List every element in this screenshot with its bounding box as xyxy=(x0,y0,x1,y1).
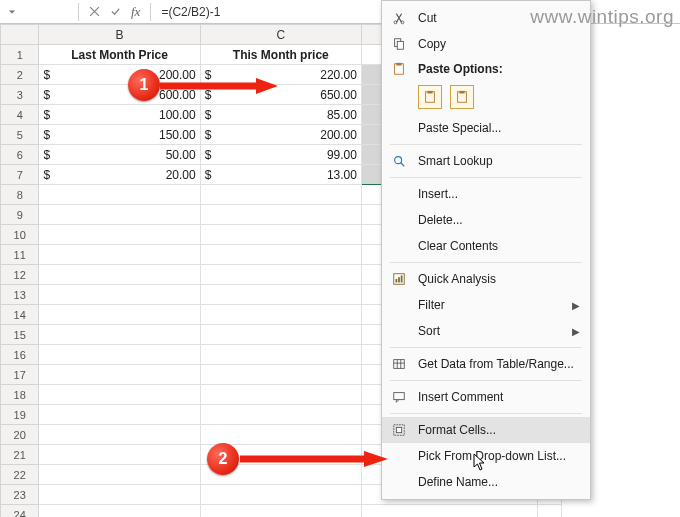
row-header[interactable]: 22 xyxy=(1,465,39,485)
header-cell[interactable]: This Month price xyxy=(200,45,361,65)
cell[interactable] xyxy=(537,505,561,518)
row-header[interactable]: 14 xyxy=(1,305,39,325)
table-icon xyxy=(390,355,408,373)
cell[interactable] xyxy=(361,505,537,518)
row-header[interactable]: 16 xyxy=(1,345,39,365)
row-header[interactable]: 12 xyxy=(1,265,39,285)
cell[interactable]: $220.00 xyxy=(200,65,361,85)
menu-clear-contents[interactable]: Clear Contents xyxy=(382,233,590,259)
cell[interactable] xyxy=(39,325,200,345)
fx-icon[interactable]: fx xyxy=(131,4,140,20)
cell[interactable] xyxy=(39,205,200,225)
cell[interactable] xyxy=(39,245,200,265)
row-header[interactable]: 24 xyxy=(1,505,39,518)
row-header[interactable]: 15 xyxy=(1,325,39,345)
row-header[interactable]: 5 xyxy=(1,125,39,145)
row-header[interactable]: 18 xyxy=(1,385,39,405)
cell[interactable] xyxy=(200,325,361,345)
row-header[interactable]: 11 xyxy=(1,245,39,265)
cell[interactable] xyxy=(200,245,361,265)
menu-insert-comment[interactable]: Insert Comment xyxy=(382,384,590,410)
cell[interactable] xyxy=(200,405,361,425)
cell[interactable] xyxy=(39,305,200,325)
cell[interactable] xyxy=(200,485,361,505)
paste-values-button[interactable] xyxy=(450,85,474,109)
cell[interactable] xyxy=(200,305,361,325)
cell[interactable]: $200.00 xyxy=(200,125,361,145)
cell[interactable] xyxy=(39,225,200,245)
row-header[interactable]: 17 xyxy=(1,365,39,385)
svg-rect-15 xyxy=(394,360,405,369)
cell[interactable] xyxy=(39,385,200,405)
menu-copy[interactable]: Copy xyxy=(382,31,590,57)
col-header-b[interactable]: B xyxy=(39,25,200,45)
row-header[interactable]: 21 xyxy=(1,445,39,465)
cell[interactable]: $200.00 xyxy=(39,65,200,85)
cell[interactable] xyxy=(200,505,361,518)
cell[interactable]: $50.00 xyxy=(39,145,200,165)
cell[interactable] xyxy=(39,365,200,385)
menu-delete[interactable]: Delete... xyxy=(382,207,590,233)
cell[interactable]: $85.00 xyxy=(200,105,361,125)
row-header[interactable]: 3 xyxy=(1,85,39,105)
cell[interactable]: $99.00 xyxy=(200,145,361,165)
enter-icon[interactable] xyxy=(110,6,121,17)
cell[interactable] xyxy=(200,205,361,225)
cell[interactable]: $13.00 xyxy=(200,165,361,185)
row-header[interactable]: 19 xyxy=(1,405,39,425)
cell[interactable]: $100.00 xyxy=(39,105,200,125)
cell[interactable] xyxy=(200,385,361,405)
cell[interactable] xyxy=(39,345,200,365)
cell[interactable] xyxy=(200,425,361,445)
cell[interactable] xyxy=(39,445,200,465)
cell[interactable]: $20.00 xyxy=(39,165,200,185)
separator xyxy=(390,380,582,381)
cell[interactable] xyxy=(39,465,200,485)
menu-get-data[interactable]: Get Data from Table/Range... xyxy=(382,351,590,377)
cell[interactable] xyxy=(39,405,200,425)
row-header[interactable]: 7 xyxy=(1,165,39,185)
cell[interactable] xyxy=(39,285,200,305)
header-cell[interactable]: Last Month Price xyxy=(39,45,200,65)
svg-rect-7 xyxy=(427,91,432,94)
row-header[interactable]: 8 xyxy=(1,185,39,205)
name-box[interactable] xyxy=(8,8,68,16)
cell[interactable] xyxy=(39,425,200,445)
menu-define-name[interactable]: Define Name... xyxy=(382,469,590,495)
cancel-icon[interactable] xyxy=(89,6,100,17)
row-header[interactable]: 6 xyxy=(1,145,39,165)
cursor-icon xyxy=(473,453,488,471)
row-header[interactable]: 9 xyxy=(1,205,39,225)
cell[interactable] xyxy=(200,265,361,285)
cell[interactable]: $650.00 xyxy=(200,85,361,105)
row-header[interactable]: 1 xyxy=(1,45,39,65)
cell[interactable] xyxy=(39,485,200,505)
row-header[interactable]: 20 xyxy=(1,425,39,445)
cell[interactable]: $600.00 xyxy=(39,85,200,105)
paste-button[interactable] xyxy=(418,85,442,109)
cell[interactable] xyxy=(39,185,200,205)
menu-paste-special[interactable]: Paste Special... xyxy=(382,115,590,141)
menu-filter[interactable]: Filter▶ xyxy=(382,292,590,318)
select-all-corner[interactable] xyxy=(1,25,39,45)
cell[interactable] xyxy=(39,265,200,285)
menu-quick-analysis[interactable]: Quick Analysis xyxy=(382,266,590,292)
cell[interactable] xyxy=(200,345,361,365)
menu-insert[interactable]: Insert... xyxy=(382,181,590,207)
row-header[interactable]: 23 xyxy=(1,485,39,505)
svg-rect-3 xyxy=(397,41,403,49)
row-header[interactable]: 4 xyxy=(1,105,39,125)
menu-smart-lookup[interactable]: Smart Lookup xyxy=(382,148,590,174)
menu-sort[interactable]: Sort▶ xyxy=(382,318,590,344)
col-header-c[interactable]: C xyxy=(200,25,361,45)
cell[interactable] xyxy=(200,285,361,305)
cell[interactable] xyxy=(39,505,200,518)
cell[interactable]: $150.00 xyxy=(39,125,200,145)
cell[interactable] xyxy=(200,185,361,205)
cell[interactable] xyxy=(200,225,361,245)
row-header[interactable]: 2 xyxy=(1,65,39,85)
row-header[interactable]: 10 xyxy=(1,225,39,245)
row-header[interactable]: 13 xyxy=(1,285,39,305)
menu-format-cells[interactable]: Format Cells... xyxy=(382,417,590,443)
cell[interactable] xyxy=(200,365,361,385)
